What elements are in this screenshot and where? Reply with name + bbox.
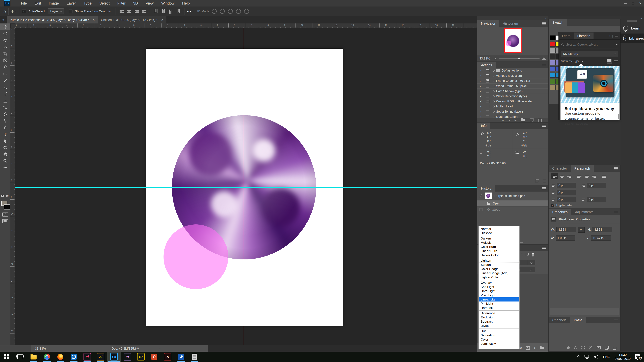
indent-first-line-field[interactable]: 0 pt xyxy=(556,190,576,195)
panel-menu-icon[interactable] xyxy=(614,319,618,321)
expand-chevron-icon[interactable] xyxy=(491,75,496,77)
ruler-corner[interactable] xyxy=(10,23,15,28)
shape-tool[interactable] xyxy=(0,144,10,151)
history-step-open[interactable]: Open xyxy=(477,200,548,207)
move-tool-icon[interactable]: ✛ xyxy=(11,9,14,13)
grid-view-icon[interactable] xyxy=(606,59,612,63)
blend-mode-option[interactable]: Exclusion xyxy=(479,315,520,320)
home-icon[interactable]: ⌂ xyxy=(3,9,6,14)
color-swatch[interactable] xyxy=(550,54,555,59)
tab-navigator[interactable]: Navigator xyxy=(477,20,499,27)
hand-tool[interactable] xyxy=(0,151,10,158)
blend-mode-option[interactable]: Lighten xyxy=(479,258,520,263)
crop-tool[interactable] xyxy=(0,50,10,57)
auto-select-checkbox[interactable]: ✓ xyxy=(22,9,26,13)
justify-last-center-button[interactable] xyxy=(584,173,590,179)
align-right-button[interactable] xyxy=(566,173,573,179)
panel-menu-icon[interactable] xyxy=(614,167,618,170)
color-swatch[interactable] xyxy=(550,66,555,71)
expand-chevron-icon[interactable] xyxy=(491,95,496,97)
record-icon[interactable]: ● xyxy=(508,119,510,121)
color-swatch[interactable] xyxy=(550,60,555,65)
expand-chevron-icon[interactable] xyxy=(491,90,496,92)
play-icon[interactable]: ▶ xyxy=(514,119,516,122)
dialog-toggle-icon[interactable] xyxy=(484,114,491,118)
3d-rotate-icon[interactable] xyxy=(212,9,217,14)
list-view-icon[interactable] xyxy=(614,60,618,62)
color-swatch[interactable] xyxy=(550,85,555,90)
collapse-dock-icon[interactable]: « xyxy=(640,16,642,20)
link-dimensions-icon[interactable]: ∞ xyxy=(578,227,585,233)
action-check-icon[interactable]: ✓ xyxy=(477,73,484,78)
blend-mode-option[interactable]: Color Dodge xyxy=(479,267,520,271)
dialog-toggle-icon[interactable] xyxy=(484,104,491,109)
hyphenate-checkbox[interactable]: ✓ xyxy=(551,204,554,207)
layer-style-icon[interactable]: fx xyxy=(519,346,522,350)
show-transform-checkbox[interactable] xyxy=(68,9,72,13)
library-search[interactable]: Search Current Library xyxy=(561,41,618,48)
tab-adjustments[interactable]: Adjustments xyxy=(571,209,597,215)
space-after-field[interactable]: 0 pt xyxy=(587,197,606,202)
menu-item[interactable]: Layer xyxy=(63,0,80,7)
language-indicator[interactable]: ENG xyxy=(603,355,610,359)
blend-mode-option[interactable]: Divide xyxy=(479,324,520,328)
close-tab-icon[interactable]: × xyxy=(93,18,95,22)
layer-mask-icon[interactable] xyxy=(526,347,530,350)
type-tool[interactable]: T xyxy=(0,131,10,137)
document-canvas[interactable] xyxy=(146,49,343,326)
toolbar-expand-icon[interactable]: » xyxy=(2,18,4,22)
path-selection-icon[interactable] xyxy=(582,346,585,350)
swap-colors-icon[interactable]: ⇄ xyxy=(6,194,8,198)
speaker-icon[interactable] xyxy=(594,355,599,359)
minimize-button[interactable] xyxy=(622,0,629,6)
y-field[interactable]: 10.47 in xyxy=(591,235,611,241)
blend-mode-option[interactable]: Linear Light xyxy=(479,297,520,302)
dialog-toggle-icon[interactable] xyxy=(484,109,491,114)
taskbar-app[interactable] xyxy=(188,352,201,362)
history-step-move[interactable]: ✛ Move xyxy=(477,207,548,213)
color-swatch[interactable] xyxy=(550,72,555,78)
blend-mode-option[interactable]: Screen xyxy=(479,263,520,267)
pen-tool[interactable] xyxy=(0,124,10,131)
panel-menu-icon[interactable] xyxy=(542,22,546,25)
color-swatch[interactable] xyxy=(550,35,555,40)
3d-slide-icon[interactable] xyxy=(236,9,241,14)
dock-libraries-button[interactable]: ∞Libraries xyxy=(620,33,644,43)
move-tool[interactable] xyxy=(0,23,10,30)
scrollbar-thumb[interactable] xyxy=(618,114,619,119)
fill-path-icon[interactable] xyxy=(567,347,570,349)
align-top-icon[interactable] xyxy=(155,9,158,13)
navigator-thumbnail[interactable] xyxy=(504,28,522,53)
menu-item[interactable]: Image xyxy=(45,0,63,7)
taskbar-app[interactable]: Br xyxy=(134,352,148,362)
tray-chevron-icon[interactable] xyxy=(577,355,580,359)
taskbar-app[interactable] xyxy=(54,352,67,362)
align-left-icon[interactable] xyxy=(120,10,124,13)
expand-chevron-icon[interactable] xyxy=(491,116,496,118)
3d-roll-icon[interactable] xyxy=(220,9,225,14)
align-left-button[interactable] xyxy=(551,173,558,179)
marquee-tool[interactable] xyxy=(0,30,10,37)
justify-last-right-button[interactable] xyxy=(591,173,598,179)
taskbar-app[interactable]: Ps xyxy=(107,352,121,362)
adjustment-layer-icon[interactable]: ◐ xyxy=(534,346,536,350)
color-swatch[interactable] xyxy=(550,48,555,53)
taskbar-app[interactable]: A xyxy=(161,352,174,362)
horizontal-ruler[interactable]: 7654321012345678910111213141516171819 xyxy=(15,23,477,28)
dialog-toggle-icon[interactable] xyxy=(484,84,491,89)
menu-item[interactable]: View xyxy=(142,0,157,7)
clock[interactable]: 14:30 26/07/2019 xyxy=(615,353,630,361)
blend-mode-option[interactable]: Multiply xyxy=(479,241,520,245)
brush-tool[interactable] xyxy=(0,77,10,84)
collapse-panels-icon[interactable]: » xyxy=(544,16,546,20)
indent-right-field[interactable]: 0 pt xyxy=(587,183,606,188)
delete-state-icon[interactable] xyxy=(520,240,523,243)
blend-mode-option[interactable]: Lighter Color xyxy=(479,275,520,279)
tab-info[interactable]: Info xyxy=(477,122,490,129)
blend-mode-option[interactable]: Linear Burn xyxy=(479,249,520,253)
action-row[interactable]: ✓ Frame Channel - 50 pixel xyxy=(477,78,548,84)
panel-menu-icon[interactable] xyxy=(542,247,546,249)
trash-icon[interactable] xyxy=(543,180,546,183)
taskbar-app[interactable] xyxy=(27,352,40,362)
dodge-tool[interactable] xyxy=(0,117,10,124)
